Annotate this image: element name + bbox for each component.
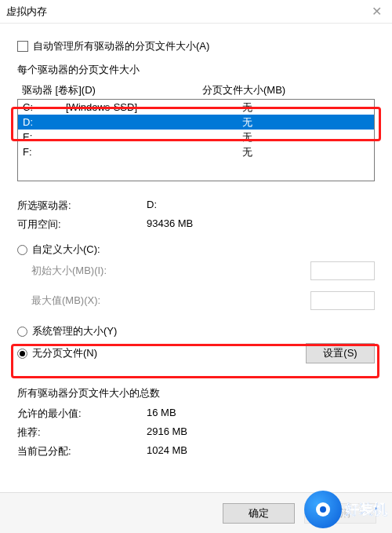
initial-size-input[interactable] xyxy=(310,261,375,280)
allocated-label: 当前已分配: xyxy=(17,444,147,458)
initial-size-row: 初始大小(MB)(I): xyxy=(31,261,375,280)
min-allowed-label: 允许的最小值: xyxy=(17,407,147,421)
min-allowed-value: 16 MB xyxy=(147,407,375,421)
custom-size-radio[interactable] xyxy=(17,245,27,255)
auto-manage-label: 自动管理所有驱动器的分页文件大小(A) xyxy=(33,39,209,53)
divider xyxy=(17,378,375,378)
cancel-button[interactable]: 取消 xyxy=(304,503,376,524)
totals-grid: 允许的最小值: 16 MB 推荐: 2916 MB 当前已分配: 1024 MB xyxy=(17,407,375,458)
free-space-value: 93436 MB xyxy=(147,217,375,232)
custom-size-label: 自定义大小(C): xyxy=(32,243,100,257)
col-size-header: 分页文件大小(MB) xyxy=(202,83,370,97)
drive-row-c[interactable]: C: [Windows-SSD] 无 xyxy=(18,100,374,115)
recommended-value: 2916 MB xyxy=(147,425,375,440)
content-area: 自动管理所有驱动器的分页文件大小(A) 每个驱动器的分页文件大小 驱动器 [卷标… xyxy=(0,24,392,466)
drive-row-e[interactable]: E: 无 xyxy=(18,130,374,144)
no-paging-label: 无分页文件(N) xyxy=(32,346,97,360)
footer-bar: 确定 取消 xyxy=(0,492,392,533)
no-paging-radio-row[interactable]: 无分页文件(N) xyxy=(17,346,97,360)
drive-row-d[interactable]: D: 无 xyxy=(18,115,374,130)
auto-manage-row[interactable]: 自动管理所有驱动器的分页文件大小(A) xyxy=(17,39,375,53)
max-size-label: 最大值(MB)(X): xyxy=(31,294,180,308)
selected-drive-value: D: xyxy=(147,199,375,213)
close-icon[interactable]: ✕ xyxy=(367,4,386,19)
per-drive-label: 每个驱动器的分页文件大小 xyxy=(17,63,375,77)
initial-size-label: 初始大小(MB)(I): xyxy=(31,264,180,278)
system-managed-radio-row[interactable]: 系统管理的大小(Y) xyxy=(17,324,375,338)
selected-drive-label: 所选驱动器: xyxy=(17,199,147,213)
selected-drive-info: 所选驱动器: D: 可用空间: 93436 MB xyxy=(17,199,375,232)
totals-header: 所有驱动器分页文件大小的总数 xyxy=(17,386,375,400)
col-drive-header: 驱动器 [卷标](D) xyxy=(22,83,202,97)
drive-row-f[interactable]: F: 无 xyxy=(18,144,374,159)
system-managed-label: 系统管理的大小(Y) xyxy=(32,324,117,338)
max-size-row: 最大值(MB)(X): xyxy=(31,291,375,310)
column-headers: 驱动器 [卷标](D) 分页文件大小(MB) xyxy=(17,80,375,99)
set-button[interactable]: 设置(S) xyxy=(306,343,375,363)
system-managed-radio[interactable] xyxy=(17,327,27,337)
free-space-label: 可用空间: xyxy=(17,217,147,232)
custom-size-radio-row[interactable]: 自定义大小(C): xyxy=(17,243,375,257)
window-title: 虚拟内存 xyxy=(6,5,47,19)
drive-listbox[interactable]: C: [Windows-SSD] 无 D: 无 E: 无 F: 无 xyxy=(17,99,375,181)
no-paging-row: 无分页文件(N) 设置(S) xyxy=(17,343,375,363)
no-paging-radio[interactable] xyxy=(17,349,27,359)
max-size-input[interactable] xyxy=(310,291,375,310)
auto-manage-checkbox[interactable] xyxy=(17,41,28,52)
recommended-label: 推荐: xyxy=(17,425,147,440)
ok-button[interactable]: 确定 xyxy=(223,503,295,524)
titlebar: 虚拟内存 ✕ xyxy=(0,0,392,24)
allocated-value: 1024 MB xyxy=(147,444,375,458)
